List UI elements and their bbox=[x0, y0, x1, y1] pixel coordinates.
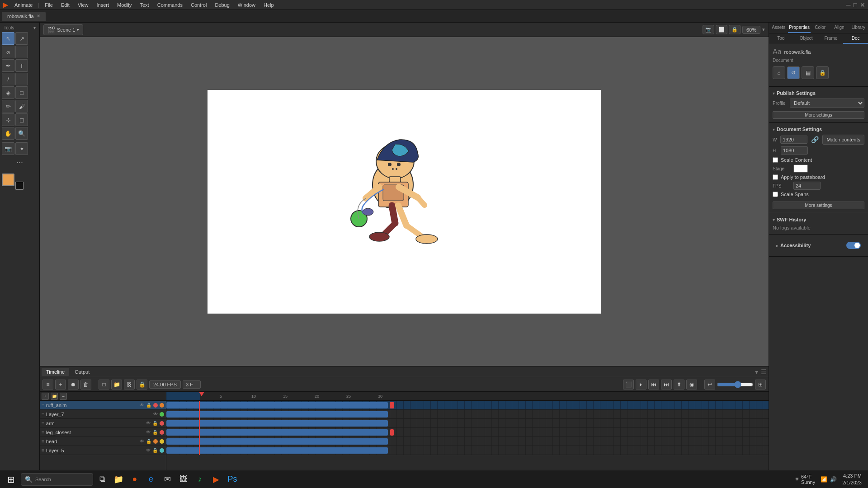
frame-row-2[interactable] bbox=[166, 419, 769, 428]
edit-scene-btn[interactable]: 🎬 Scene 1 ▾ bbox=[43, 24, 83, 35]
tl-play[interactable]: ⏵ bbox=[636, 380, 646, 389]
layer-eye-2[interactable]: 👁 bbox=[146, 421, 151, 426]
scale-content-checkbox[interactable] bbox=[773, 157, 778, 163]
doc-icon-lock[interactable]: 🔒 bbox=[816, 66, 829, 79]
apply-pasteboard-checkbox[interactable] bbox=[773, 174, 778, 180]
tool-eraser[interactable]: ◻ bbox=[15, 113, 28, 126]
window-maximize[interactable]: □ bbox=[854, 1, 857, 9]
doc-more-settings-btn[interactable]: More settings bbox=[773, 202, 864, 209]
height-input[interactable] bbox=[781, 146, 808, 155]
swf-history-header[interactable]: ▾ SWF History bbox=[773, 217, 864, 222]
doc-tab-object[interactable]: Object bbox=[794, 33, 819, 44]
tl-link[interactable]: ⛓ bbox=[124, 380, 135, 389]
taskbar-photos[interactable]: 🖼 bbox=[176, 472, 191, 487]
taskbar-browser[interactable]: ● bbox=[127, 472, 142, 487]
layer-eye-5[interactable]: 👁 bbox=[146, 448, 151, 453]
layer-eye-4[interactable]: 👁 bbox=[140, 439, 144, 444]
menu-file[interactable]: File bbox=[41, 1, 57, 9]
tray-volume[interactable]: 🔊 bbox=[830, 476, 837, 483]
publish-more-settings-btn[interactable]: More settings bbox=[773, 111, 864, 119]
layer-row-layer5[interactable]: ≡ Layer_5 👁 🔒 bbox=[40, 446, 166, 455]
frame-row-3[interactable] bbox=[166, 428, 769, 437]
accessibility-header[interactable]: ▸ Accessibility bbox=[776, 243, 811, 248]
publish-settings-header[interactable]: ▾ Publish Settings bbox=[773, 90, 864, 96]
taskbar-mail[interactable]: ✉ bbox=[160, 472, 175, 487]
add-layer-btn[interactable]: + bbox=[42, 393, 49, 400]
timeline-close[interactable]: ▾ bbox=[755, 368, 758, 375]
tl-undo[interactable]: ↩ bbox=[704, 380, 715, 389]
menu-control[interactable]: Control bbox=[187, 1, 210, 9]
layer-eye-3[interactable]: 👁 bbox=[146, 430, 151, 435]
tl-delete-layer[interactable]: 🗑 bbox=[80, 380, 91, 389]
more-tools[interactable]: ··· bbox=[2, 156, 38, 169]
panel-tab-assets[interactable]: Assets bbox=[769, 23, 788, 33]
tl-expand[interactable]: ⊞ bbox=[755, 380, 766, 389]
tab-timeline[interactable]: Timeline bbox=[42, 368, 69, 376]
menu-insert[interactable]: Insert bbox=[93, 1, 113, 9]
tl-onion[interactable]: ◉ bbox=[686, 380, 697, 389]
document-settings-header[interactable]: ▾ Document Settings bbox=[773, 127, 864, 132]
camera-icon-btn[interactable]: 📷 bbox=[703, 25, 714, 34]
layer-lock-5[interactable]: 🔒 bbox=[152, 448, 158, 453]
menu-commands[interactable]: Commands bbox=[154, 1, 186, 9]
frame-row-5[interactable] bbox=[166, 446, 769, 455]
menu-view[interactable]: View bbox=[74, 1, 92, 9]
doc-tab-doc[interactable]: Doc bbox=[843, 33, 868, 44]
layer-row-arm[interactable]: ≡ arm 👁 🔒 bbox=[40, 419, 166, 428]
taskbar-edge[interactable]: e bbox=[144, 472, 158, 487]
canvas-area[interactable] bbox=[40, 37, 769, 366]
timeline-menu[interactable]: ☰ bbox=[761, 368, 767, 375]
tool-rect[interactable]: □ bbox=[15, 86, 28, 99]
tool-text[interactable]: T bbox=[15, 59, 28, 72]
panel-tab-color[interactable]: Color bbox=[811, 23, 830, 33]
layer-lock-2[interactable]: 🔒 bbox=[152, 421, 158, 426]
tl-layers-icon[interactable]: ≡ bbox=[42, 380, 53, 389]
fps-input[interactable] bbox=[793, 182, 821, 190]
window-minimize[interactable]: ─ bbox=[846, 1, 851, 9]
tool-paint-bucket[interactable]: ◈ bbox=[2, 86, 14, 99]
layer-row-leg-closest[interactable]: ≡ leg_closest 👁 🔒 bbox=[40, 428, 166, 437]
accessibility-toggle[interactable] bbox=[846, 242, 861, 249]
del-layer-btn[interactable]: – bbox=[60, 393, 67, 400]
stage[interactable] bbox=[208, 90, 601, 314]
frame-row-0[interactable] bbox=[166, 401, 769, 410]
tl-new-layer[interactable]: □ bbox=[99, 380, 109, 389]
frame-number[interactable]: 3 F bbox=[183, 380, 201, 389]
tool-select[interactable]: ↖ bbox=[2, 32, 14, 45]
layer-lock-0[interactable]: 🔒 bbox=[146, 403, 151, 408]
tool-magic[interactable]: ✦ bbox=[15, 142, 28, 155]
doc-tab-tool[interactable]: Tool bbox=[769, 33, 794, 44]
menu-modify[interactable]: Modify bbox=[113, 1, 135, 9]
taskbar-photoshop[interactable]: Ps bbox=[225, 472, 240, 487]
tools-collapse[interactable]: ▾ bbox=[33, 25, 36, 30]
file-tab-close[interactable]: ✕ bbox=[37, 14, 40, 19]
profile-select[interactable]: Default bbox=[790, 99, 864, 108]
tool-brush[interactable]: 🖌 bbox=[15, 100, 28, 113]
menu-window[interactable]: Window bbox=[234, 1, 259, 9]
window-close[interactable]: ✕ bbox=[860, 1, 865, 9]
menu-text[interactable]: Text bbox=[137, 1, 153, 9]
frame-row-1[interactable] bbox=[166, 410, 769, 419]
zoom-display[interactable]: 60% bbox=[742, 26, 760, 34]
frames-area[interactable]: 5 10 15 20 25 30 bbox=[166, 392, 769, 470]
match-contents-btn[interactable]: Match contents bbox=[822, 135, 864, 145]
taskbar-animate[interactable]: ▶ bbox=[209, 472, 223, 487]
panel-tab-align[interactable]: Align bbox=[830, 23, 849, 33]
width-input[interactable] bbox=[780, 136, 807, 144]
tl-lock[interactable]: 🔒 bbox=[137, 380, 147, 389]
tl-export[interactable]: ⬆ bbox=[674, 380, 684, 389]
tl-folder[interactable]: 📁 bbox=[111, 380, 122, 389]
tab-output[interactable]: Output bbox=[70, 368, 94, 376]
menu-edit[interactable]: Edit bbox=[57, 1, 73, 9]
menu-animate[interactable]: Animate bbox=[11, 1, 36, 9]
tool-zoom[interactable]: 🔍 bbox=[15, 127, 28, 140]
doc-icon-home[interactable]: ⌂ bbox=[773, 66, 785, 79]
tl-prev[interactable]: ⏮ bbox=[648, 380, 659, 389]
layer-row-layer7[interactable]: ≡ Layer_7 👁 bbox=[40, 410, 166, 419]
tool-camera[interactable]: 📷 bbox=[2, 142, 14, 155]
file-tab-robowalk[interactable]: robowalk.fla ✕ bbox=[2, 12, 46, 21]
start-button[interactable]: ⊞ bbox=[3, 471, 19, 488]
doc-icon-layout[interactable]: ▤ bbox=[802, 66, 814, 79]
stage-color-picker[interactable] bbox=[793, 164, 808, 173]
tool-lasso[interactable]: ⌀ bbox=[2, 46, 14, 58]
